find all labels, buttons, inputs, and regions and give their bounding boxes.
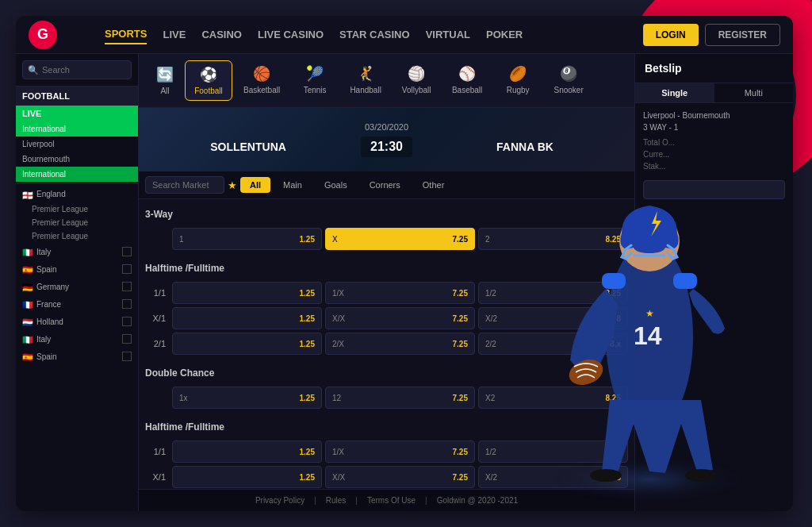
nav-link-virtual[interactable]: VIRTUAL [426,25,470,44]
sidebar-country-france[interactable]: 🇫🇷 France [16,295,138,313]
country-flag: 🇪🇸 [22,265,33,273]
odds-cell[interactable]: 1.25 [172,466,322,488]
sidebar-country-spain[interactable]: 🇪🇸 Spain [16,348,138,365]
nav-link-poker[interactable]: POKER [486,25,523,44]
odds-cell[interactable]: 1/2 8.25 [478,440,628,463]
odds-cell[interactable]: 1x 1.25 [172,387,322,409]
sport-icon-tennis[interactable]: 🎾 Tennis [291,60,339,101]
sport-icon-baseball[interactable]: ⚾ Baseball [443,60,491,101]
app-logo: G [29,21,57,49]
odds-cell[interactable]: X/2 8.25 [478,466,628,488]
country-flag: 🏴󠁧󠁢󠁥󠁮󠁧󠁿 [22,190,33,198]
betslip-total-row: Total O... [643,138,785,147]
league-item[interactable]: Premier League [16,229,138,243]
bet-tabs-container: AllMainGoalsCornersOther [240,177,454,193]
bet-tab-other[interactable]: Other [413,177,454,193]
betslip-stake-input[interactable] [643,180,785,199]
sport-name-label: Basketball [243,86,280,94]
country-checkbox[interactable] [122,317,132,326]
odds-cell[interactable]: 12 7.25 [325,387,475,409]
country-name: England [36,190,66,198]
nav-link-live[interactable]: LIVE [163,25,186,44]
bet-tab-corners[interactable]: Corners [360,177,410,193]
favorites-icon[interactable]: ★ [228,179,237,191]
sport-emoji: 🤾 [357,65,374,83]
nav-link-sports[interactable]: SPORTS [105,25,147,44]
odds-value: 8.25 [606,394,621,402]
sport-all[interactable]: 🔄 All [148,61,182,100]
sidebar-country-england[interactable]: 🏴󠁧󠁢󠁥󠁮󠁧󠁿 England [16,186,138,202]
sidebar-live-item[interactable]: Liverpool [16,137,138,152]
main-content: 🔄 All ⚽ Football🏀 Basketball🎾 Tennis🤾 Ha… [139,54,634,511]
odds-cell[interactable]: 1/X 7.25 [325,440,475,463]
odds-cell[interactable]: X 7.25 [325,228,475,250]
country-checkbox[interactable] [122,352,132,361]
country-name: Germany [36,283,69,291]
bet-tab-goals[interactable]: Goals [315,177,357,193]
odds-cell[interactable]: 1.25 [172,307,322,329]
odds-row: 1/1 1.251/X 7.251/2 8.25 [145,440,628,463]
footer-privacy[interactable]: Privacy Policy [255,496,304,505]
sport-emoji: 🏉 [509,65,527,83]
odds-cell[interactable]: 2/X 7.25 [325,333,475,355]
league-item[interactable]: Premier League [16,202,138,216]
team1-name: SOLLENTUNA [151,140,345,153]
sport-icon-football[interactable]: ⚽ Football [185,60,232,101]
country-checkbox[interactable] [122,247,132,256]
sport-icon-rugby[interactable]: 🏉 Rugby [494,60,542,101]
sidebar-live-item[interactable]: International [16,121,138,137]
odds-value: 8.25 [606,448,621,456]
footer-sep1: | [314,496,316,505]
sidebar-live-item[interactable]: Bournemouth [16,152,138,167]
odds-cell[interactable]: X/X 7.25 [325,307,475,329]
odds-cell[interactable]: 1.25 [172,333,322,355]
footer-rules[interactable]: Rules [326,496,347,505]
sport-icon-vollyball[interactable]: 🏐 Vollyball [393,60,440,101]
odds-cell[interactable]: 1/2 8.25 [478,282,628,304]
nav-link-star-casino[interactable]: STAR CASINO [339,25,410,44]
register-button[interactable]: REGISTER [705,24,780,46]
country-checkbox[interactable] [122,334,132,344]
sidebar-country-italy[interactable]: 🇮🇹 Italy [16,330,138,348]
login-button[interactable]: LOGIN [643,24,699,46]
sidebar-live-item[interactable]: International [16,167,138,182]
sidebar-country-spain[interactable]: 🇪🇸 Spain [16,260,138,278]
league-item[interactable]: Premier League [16,216,138,229]
sport-emoji: ⚾ [458,65,476,83]
odds-cell[interactable]: 1 1.25 [172,228,322,250]
odds-value: 8.25 [606,289,621,298]
nav-link-casino[interactable]: CASINO [201,25,242,44]
odds-value: 1.25 [300,289,315,298]
bet-tab-main[interactable]: Main [274,177,312,193]
sport-icon-snooker[interactable]: 🎱 Snooker [545,60,592,101]
sidebar-country-italy[interactable]: 🇮🇹 Italy [16,243,138,260]
odds-cell[interactable]: 1/X 7.25 [325,282,475,304]
betslip-tabs: Single Multi [635,83,793,103]
sport-icon-basketball[interactable]: 🏀 Basketball [236,60,288,101]
footer-terms[interactable]: Terms Of Use [367,496,416,505]
search-market-input[interactable] [145,176,224,194]
bet-tab-all[interactable]: All [240,177,270,193]
country-checkbox[interactable] [122,282,132,291]
betslip-tab-multi[interactable]: Multi [714,83,794,102]
odds-cell[interactable]: 1.25 [172,282,322,304]
nav-link-live-casino[interactable]: LIVE CASINO [258,25,324,44]
odds-outcome: X/2 [485,473,497,482]
odds-cell[interactable]: 2 8.25 [478,228,628,250]
betslip-tab-single[interactable]: Single [635,83,714,102]
country-flag: 🇮🇹 [22,335,33,343]
sidebar-country-germany[interactable]: 🇩🇪 Germany [16,278,138,295]
odds-cell[interactable]: X/2 8 [478,307,628,329]
odds-cell[interactable]: X/X 7.25 [325,466,475,488]
sport-icon-handball[interactable]: 🤾 Handball [342,60,389,101]
country-checkbox[interactable] [122,264,132,274]
search-wrapper: 🔍 [22,60,132,79]
match-date: 03/20/2020 [365,122,408,132]
odds-cell[interactable]: 1.25 [172,440,322,463]
odds-cell[interactable]: X2 8.25 [478,387,628,409]
country-flag: 🇪🇸 [22,352,33,360]
odds-cell[interactable]: 2/2 8.x [478,333,628,355]
sidebar-search-area: 🔍 [16,54,138,87]
sidebar-country-holland[interactable]: 🇳🇱 Holland [16,313,138,330]
country-checkbox[interactable] [122,299,132,309]
